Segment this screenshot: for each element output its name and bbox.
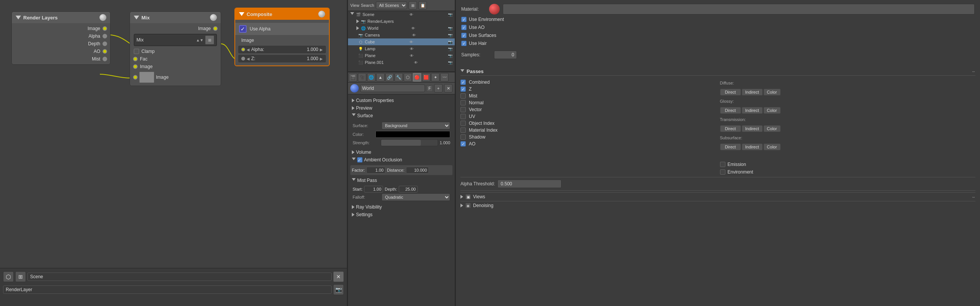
- tree-lamp[interactable]: 💡 Lamp 👁 📷: [348, 45, 455, 52]
- fac-dot[interactable]: [133, 57, 138, 61]
- socket-depth-dot[interactable]: [103, 41, 107, 46]
- plane001-restrict[interactable]: 📷: [448, 61, 452, 65]
- z-direct-btn[interactable]: Direct: [720, 89, 741, 96]
- z-indirect-btn[interactable]: Indirect: [742, 89, 763, 96]
- alpha-left-arrow[interactable]: ◀: [247, 48, 250, 52]
- plus-button[interactable]: +: [434, 84, 443, 92]
- ao-header[interactable]: ✓ Ambient Occlusion: [350, 156, 452, 164]
- ao-distance-input[interactable]: [406, 167, 429, 174]
- denoising-section[interactable]: ◈ Denoising: [460, 201, 975, 210]
- plane-restrict[interactable]: 📷: [448, 54, 452, 58]
- normal-direct-btn[interactable]: Direct: [720, 107, 741, 114]
- tree-world[interactable]: 🌐 World 👁 📷: [348, 25, 455, 32]
- tree-cube[interactable]: ⬡ Cube 👁 📷: [348, 38, 455, 45]
- node-type-icon[interactable]: ⬡: [3, 271, 14, 282]
- environment-cb[interactable]: [720, 169, 725, 175]
- use-alpha-checkbox[interactable]: ✓: [239, 25, 247, 33]
- tree-plane001[interactable]: ⬛ Plane.001 👁 📷: [348, 59, 455, 66]
- material-input[interactable]: [503, 4, 975, 14]
- use-ao-cb[interactable]: ✓: [461, 25, 467, 30]
- combined-cb[interactable]: ✓: [460, 80, 466, 85]
- tab-material[interactable]: 🔴: [413, 73, 421, 81]
- scene-dropdown[interactable]: All Scenes: [376, 2, 407, 9]
- emission-cb[interactable]: [720, 162, 725, 167]
- trans-direct-btn[interactable]: Direct: [720, 125, 741, 132]
- ao-cb[interactable]: ✓: [460, 141, 466, 147]
- lamp-restrict[interactable]: 📷: [448, 47, 452, 51]
- ao-factor-input[interactable]: [366, 167, 385, 174]
- vector-cb[interactable]: [460, 107, 466, 112]
- tab-render[interactable]: 🎬: [349, 73, 357, 81]
- nodes-icon[interactable]: ⊞: [15, 271, 26, 282]
- sub-color-btn[interactable]: Color: [763, 143, 781, 150]
- outliner-icon1[interactable]: ⊞: [409, 1, 417, 10]
- color-preview[interactable]: [139, 72, 154, 83]
- rl-expand[interactable]: [356, 19, 359, 23]
- uv-cb[interactable]: [460, 114, 466, 119]
- settings-header[interactable]: Settings: [350, 211, 452, 218]
- cube-restrict[interactable]: 📷: [448, 40, 452, 44]
- alpha-threshold-input[interactable]: [497, 180, 561, 188]
- mist-cb[interactable]: [460, 93, 466, 99]
- view-menu[interactable]: View: [350, 3, 359, 8]
- world-restrict[interactable]: 📷: [448, 26, 452, 30]
- normal-indirect-btn[interactable]: Indirect: [742, 107, 763, 114]
- surface-header[interactable]: Surface: [350, 112, 452, 120]
- z-color-btn[interactable]: Color: [763, 89, 781, 96]
- lamp-eye[interactable]: 👁: [410, 47, 414, 51]
- sub-direct-btn[interactable]: Direct: [720, 143, 741, 150]
- socket-alpha-dot[interactable]: [103, 34, 107, 38]
- tree-scene[interactable]: 🎬 Scene 👁 📷: [348, 11, 455, 18]
- world-eye[interactable]: 👁: [411, 26, 415, 30]
- z-right-arrow[interactable]: ▶: [320, 57, 323, 61]
- f-button[interactable]: F: [427, 85, 433, 92]
- mix-output-dot[interactable]: [213, 26, 218, 31]
- use-hair-cb[interactable]: ✓: [461, 41, 467, 46]
- tab-texture[interactable]: 🟥: [422, 73, 430, 81]
- objidx-cb[interactable]: [460, 121, 466, 126]
- ao-enabled-checkbox[interactable]: ✓: [357, 157, 362, 163]
- x-button[interactable]: ✕: [444, 84, 452, 92]
- samples-input[interactable]: [494, 51, 517, 59]
- tab-modifier[interactable]: 🔧: [395, 73, 403, 81]
- views-section[interactable]: ▣ Views ↔: [460, 192, 975, 201]
- world-expand[interactable]: [356, 26, 359, 30]
- shadow-cb[interactable]: [460, 134, 466, 140]
- socket-mist-dot[interactable]: [103, 57, 107, 61]
- scene-eye[interactable]: 👁: [409, 13, 413, 17]
- normal-cb[interactable]: [460, 100, 466, 105]
- tab-particle[interactable]: ✦: [431, 73, 439, 81]
- collapse-triangle[interactable]: [16, 16, 21, 19]
- tree-camera[interactable]: 📷 Camera 👁 📷: [348, 32, 455, 38]
- trans-color-btn[interactable]: Color: [763, 125, 781, 132]
- socket-image-dot[interactable]: [103, 26, 107, 31]
- passes-triangle[interactable]: [460, 69, 464, 74]
- tab-constraint[interactable]: 🔗: [385, 73, 394, 81]
- plane-eye[interactable]: 👁: [410, 54, 414, 58]
- scene-input[interactable]: [27, 273, 332, 281]
- mist-start-input[interactable]: [364, 186, 383, 193]
- strength-slider[interactable]: [381, 139, 438, 146]
- tab-world[interactable]: 🌐: [367, 73, 375, 81]
- camera-restrict[interactable]: 📷: [448, 33, 452, 37]
- scene-clear-button[interactable]: ✕: [333, 271, 344, 282]
- matidx-cb[interactable]: [460, 128, 466, 133]
- trans-indirect-btn[interactable]: Indirect: [742, 125, 763, 132]
- tree-plane[interactable]: ⬛ Plane 👁 📷: [348, 52, 455, 59]
- search-menu[interactable]: Search: [361, 3, 374, 8]
- use-surfaces-cb[interactable]: ✓: [461, 33, 467, 38]
- world-name-input[interactable]: [360, 84, 425, 92]
- z-left-arrow[interactable]: ◀: [247, 57, 250, 61]
- mist-header[interactable]: Mist Pass: [350, 177, 452, 184]
- mist-depth-input[interactable]: [399, 186, 418, 193]
- plane001-eye[interactable]: 👁: [414, 61, 418, 65]
- image1-dot[interactable]: [133, 64, 138, 69]
- sub-indirect-btn[interactable]: Indirect: [742, 143, 763, 150]
- comp-triangle[interactable]: [239, 12, 244, 16]
- mix-type-dropdown[interactable]: Mix ▲▼ ⊞: [134, 34, 217, 46]
- outliner-icon2[interactable]: 📋: [419, 1, 427, 10]
- render-layer-input[interactable]: [3, 285, 332, 294]
- mix-collapse-triangle[interactable]: [134, 16, 139, 19]
- ray-visibility-header[interactable]: Ray Visibility: [350, 203, 452, 211]
- image2-dot[interactable]: [133, 75, 138, 80]
